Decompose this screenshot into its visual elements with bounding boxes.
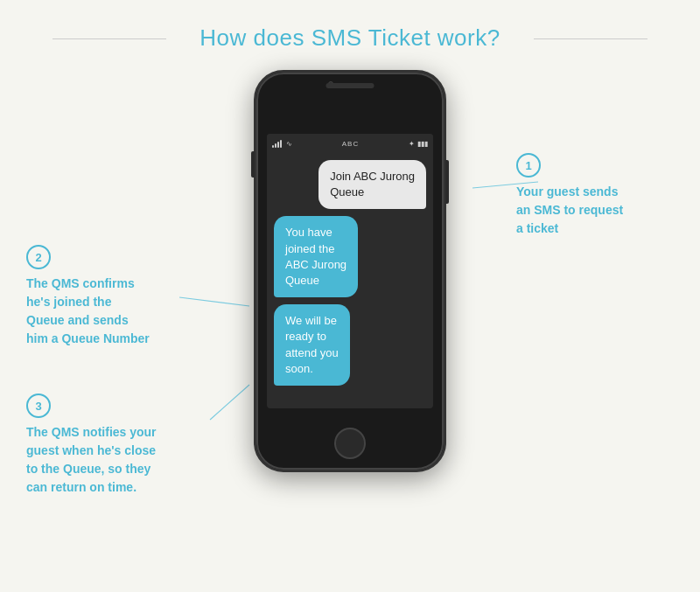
annotation-3-number: 3 [26, 394, 51, 418]
battery-icon: ▮▮▮ [417, 140, 428, 148]
signal-bar-2 [275, 143, 276, 148]
svg-line-1 [179, 297, 249, 306]
signal-bar-3 [277, 142, 279, 148]
annotation-3-text: The QMS notifies yourguest when he's clo… [26, 423, 210, 497]
wifi-icon: ∿ [286, 140, 292, 148]
message-received-1: You havejoined theABC JurongQueue [274, 216, 358, 297]
phone: ∿ ABC ✦ ▮▮▮ Join ABC JurongQueue You hav… [254, 70, 446, 472]
annotation-2-number: 2 [26, 245, 51, 269]
title-line-left [52, 38, 166, 39]
status-right: ✦ ▮▮▮ [409, 140, 428, 148]
svg-line-2 [210, 385, 249, 420]
bluetooth-icon: ✦ [409, 140, 415, 148]
phone-speaker [326, 83, 374, 88]
phone-outer: ∿ ABC ✦ ▮▮▮ Join ABC JurongQueue You hav… [254, 70, 446, 472]
status-center: ABC [342, 140, 359, 148]
phone-status-bar: ∿ ABC ✦ ▮▮▮ [267, 134, 433, 153]
phone-messages: Join ABC JurongQueue You havejoined theA… [267, 153, 433, 393]
annotation-3: 3 The QMS notifies yourguest when he's c… [26, 394, 210, 497]
signal-bar-1 [272, 145, 274, 148]
signal-bar-4 [280, 140, 282, 148]
message-received-2: We will beready toattend yousoon. [274, 304, 350, 386]
title-line-right [534, 38, 648, 39]
annotation-1-text: Your guest sendsan SMS to requesta ticke… [516, 183, 652, 238]
status-left: ∿ [272, 139, 292, 148]
phone-screen: ∿ ABC ✦ ▮▮▮ Join ABC JurongQueue You hav… [267, 134, 433, 408]
message-sent-1: Join ABC JurongQueue [318, 160, 426, 209]
annotation-1: 1 Your guest sendsan SMS to requesta tic… [516, 153, 652, 238]
phone-home-button[interactable] [334, 428, 366, 459]
annotation-2: 2 The QMS confirmshe's joined theQueue a… [26, 245, 179, 348]
signal-bars [272, 139, 282, 148]
page-title: How does SMS Ticket work? [0, 0, 700, 52]
annotation-2-text: The QMS confirmshe's joined theQueue and… [26, 275, 179, 348]
annotation-1-number: 1 [516, 153, 541, 178]
